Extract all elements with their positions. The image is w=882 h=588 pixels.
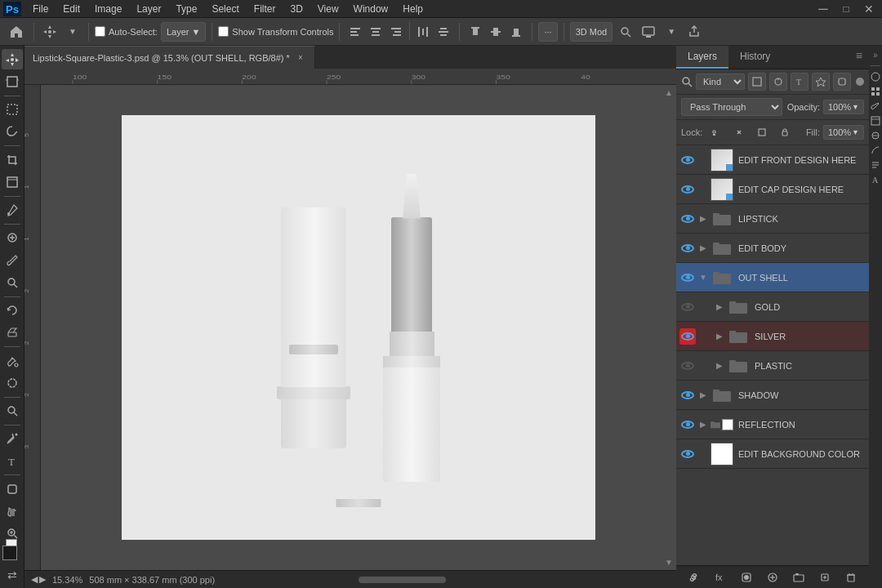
paint-bucket-tool[interactable]	[2, 350, 23, 371]
add-mask-btn[interactable]	[737, 568, 755, 586]
filter-adjust-btn[interactable]	[769, 73, 787, 91]
layer-row-3[interactable]: ▶ LIPSTICK	[676, 204, 869, 234]
lock-pixels-btn[interactable]	[707, 123, 725, 141]
filter-type-btn[interactable]: T	[791, 73, 808, 91]
canvas-scroll-up[interactable]: ▲	[665, 88, 673, 97]
lasso-tool[interactable]	[2, 122, 23, 142]
eye-btn-4[interactable]	[679, 240, 696, 256]
layer-row-6[interactable]: ▶ GOLD	[676, 292, 869, 322]
filter-kind-select[interactable]: Kind Name Effect Mode	[696, 74, 745, 90]
menu-layer[interactable]: Layer	[130, 2, 167, 16]
collapse-btn-5[interactable]: ▼	[697, 272, 709, 283]
swap-colors-btn[interactable]: ⇄	[7, 568, 17, 581]
char-panel-btn[interactable]: A	[870, 174, 881, 185]
menu-filter[interactable]: Filter	[247, 2, 283, 16]
collapse-btn-9[interactable]: ▶	[697, 390, 709, 401]
crop-tool[interactable]	[2, 149, 23, 170]
panel-collapse-btn[interactable]: »	[870, 49, 881, 60]
lock-all-btn[interactable]	[776, 123, 794, 141]
layer-row-1[interactable]: EDIT FRONT DESIGN HERE	[676, 145, 869, 175]
filter-pixel-btn[interactable]	[748, 73, 766, 91]
align-bottom-btn[interactable]	[506, 22, 526, 42]
eraser-tool[interactable]	[2, 323, 23, 343]
opacity-value[interactable]: 100% ▼	[823, 100, 864, 114]
paragraph-btn[interactable]	[870, 159, 881, 171]
eye-btn-1[interactable]	[679, 152, 696, 168]
collapse-btn-7[interactable]: ▶	[714, 331, 725, 342]
show-transform-checkbox[interactable]: Show Transform Controls	[218, 26, 333, 37]
new-group-btn[interactable]	[790, 568, 808, 586]
layer-row-2[interactable]: EDIT CAP DESIGN HERE	[676, 175, 869, 204]
brush-tool[interactable]	[2, 250, 23, 270]
menu-type[interactable]: Type	[169, 2, 203, 16]
auto-select-checkbox[interactable]: Auto-Select:	[95, 26, 158, 37]
move-tool[interactable]	[2, 49, 23, 69]
layer-dropdown[interactable]: Layer ▼	[161, 22, 206, 42]
eyedropper-tool[interactable]	[2, 200, 23, 220]
collapse-btn-3[interactable]: ▶	[697, 213, 709, 225]
layer-row-10[interactable]: ▶ REFLECTION	[676, 410, 869, 439]
menu-view[interactable]: View	[311, 2, 345, 16]
filter-toggle[interactable]	[856, 78, 864, 86]
close-btn[interactable]: ✕	[859, 0, 879, 19]
link-layers-btn[interactable]	[685, 568, 703, 586]
tab-history[interactable]: History	[728, 46, 782, 69]
menu-help[interactable]: Help	[396, 2, 430, 16]
lock-artboard-btn[interactable]	[753, 123, 771, 141]
menu-3d[interactable]: 3D	[283, 2, 309, 16]
blend-mode-select[interactable]: Pass Through Normal Multiply Screen Over…	[681, 98, 782, 116]
threed-mode-btn[interactable]: 3D Mod	[570, 22, 613, 42]
tab-close-btn[interactable]: ×	[295, 52, 306, 64]
layer-row-9[interactable]: ▶ SHADOW	[676, 381, 869, 410]
eye-btn-6[interactable]	[679, 299, 696, 315]
menu-window[interactable]: Window	[347, 2, 395, 16]
collapse-btn-6[interactable]: ▶	[714, 301, 725, 313]
eye-btn-10[interactable]	[679, 416, 696, 433]
foreground-color-swatch[interactable]	[2, 546, 17, 560]
delete-layer-btn[interactable]	[842, 568, 860, 586]
layer-row-5[interactable]: ▼ OUT SHELL	[676, 263, 869, 292]
artboard-tool[interactable]	[2, 71, 23, 91]
eye-btn-8[interactable]	[679, 358, 696, 374]
workspace-dropdown[interactable]: ▼	[662, 22, 681, 42]
collapse-btn-4[interactable]: ▶	[697, 243, 709, 254]
tab-layers[interactable]: Layers	[676, 46, 728, 69]
menu-edit[interactable]: Edit	[56, 2, 87, 16]
layers-list[interactable]: EDIT FRONT DESIGN HERE EDIT CAP DESIGN H…	[676, 145, 869, 565]
layer-row-8[interactable]: ▶ PLASTIC	[676, 351, 869, 381]
eye-btn-9[interactable]	[679, 387, 696, 403]
align-left-btn[interactable]	[345, 22, 365, 42]
menu-image[interactable]: Image	[88, 2, 128, 16]
align-right-btn[interactable]	[386, 22, 406, 42]
new-adjustment-btn[interactable]	[764, 568, 782, 586]
hand-tool[interactable]	[2, 501, 23, 522]
home-button[interactable]	[5, 20, 28, 43]
align-top-btn[interactable]	[466, 22, 485, 42]
layer-comp-btn[interactable]	[870, 115, 881, 127]
align-middle-btn[interactable]	[486, 22, 506, 42]
path-panel-btn[interactable]	[870, 145, 881, 156]
canvas-scroll-down[interactable]: ▼	[665, 558, 673, 567]
eye-btn-2[interactable]	[679, 181, 696, 198]
fill-value[interactable]: 100% ▼	[823, 125, 864, 140]
distribute2-btn[interactable]	[434, 22, 453, 42]
minimize-btn[interactable]: ─	[813, 0, 833, 19]
maximize-btn[interactable]: □	[836, 0, 856, 19]
collapse-btn-8[interactable]: ▶	[714, 360, 725, 372]
panel-menu-btn[interactable]: ≡	[849, 46, 869, 69]
clone-stamp-tool[interactable]	[2, 272, 23, 292]
type-tool[interactable]: T	[2, 451, 23, 471]
blur-tool[interactable]	[2, 372, 23, 393]
filter-shape-btn[interactable]	[812, 73, 830, 91]
status-arrows[interactable]: ◀ ▶	[31, 574, 46, 585]
color-swatches[interactable]: ⇄	[2, 546, 22, 585]
layer-row-7[interactable]: ▶ SILVER	[676, 322, 869, 351]
tool-dropdown[interactable]: ▼	[63, 22, 82, 42]
frame-tool[interactable]	[2, 172, 23, 192]
share-btn[interactable]	[684, 22, 704, 42]
layer-row-11[interactable]: EDIT BACKGROUND COLOR	[676, 439, 869, 469]
distribute-btn[interactable]	[413, 22, 433, 42]
new-layer-btn[interactable]	[816, 568, 834, 586]
filter-smart-btn[interactable]	[833, 73, 851, 91]
fx-btn[interactable]: fx	[711, 568, 729, 586]
